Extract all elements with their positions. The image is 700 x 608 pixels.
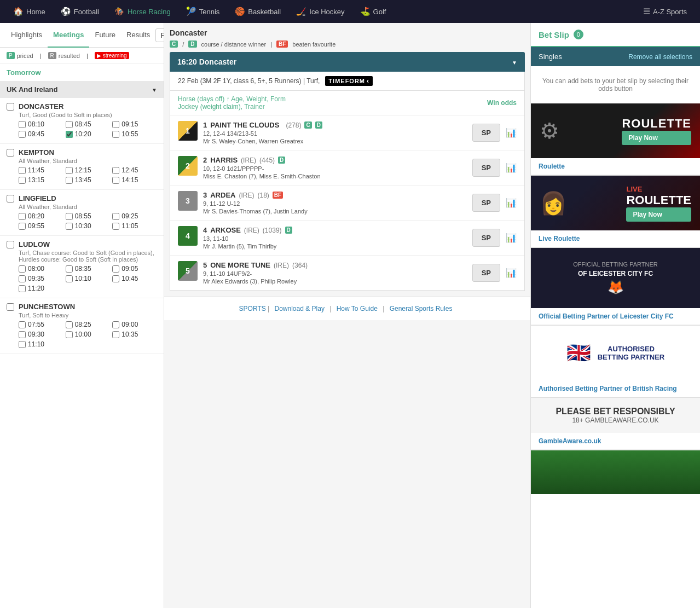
nav-item-horse-racing[interactable]: 🏇Horse Racing <box>107 0 178 23</box>
time-checkbox[interactable] <box>19 265 26 273</box>
time-checkbox[interactable] <box>112 121 119 128</box>
nav-item-basketball[interactable]: 🏀Basketball <box>227 0 288 23</box>
time-checkbox[interactable] <box>112 331 119 338</box>
horse-number: 3 <box>203 191 207 199</box>
time-checkbox[interactable] <box>66 331 73 338</box>
tab-results[interactable]: Results <box>121 23 155 48</box>
time-checkbox[interactable] <box>66 275 73 282</box>
nav-item-tennis[interactable]: 🎾Tennis <box>178 0 228 23</box>
time-checkbox[interactable] <box>66 167 73 174</box>
remove-all-button[interactable]: Remove all selections <box>628 53 692 61</box>
time-item: 10:10 <box>66 275 111 282</box>
venue-condition: All Weather, Standard <box>19 158 157 164</box>
time-checkbox[interactable] <box>19 275 26 282</box>
roulette-link[interactable]: Roulette <box>531 158 700 175</box>
chart-icon[interactable]: 📊 <box>506 233 517 243</box>
time-checkbox[interactable] <box>66 121 73 128</box>
time-checkbox[interactable] <box>66 177 73 184</box>
footer-sports[interactable]: SPORTS <box>239 305 266 312</box>
time-checkbox[interactable] <box>19 223 26 230</box>
time-checkbox[interactable] <box>112 177 119 184</box>
time-checkbox[interactable] <box>112 167 119 174</box>
tab-highlights[interactable]: Highlights <box>5 23 48 48</box>
time-checkbox[interactable] <box>19 321 26 328</box>
time-item: 08:45 <box>66 120 111 128</box>
region-header[interactable]: UK And Ireland <box>0 81 164 98</box>
time-checkbox[interactable] <box>66 213 73 220</box>
time-checkbox[interactable] <box>66 223 73 230</box>
sp-odds-button[interactable]: SP <box>472 159 500 177</box>
time-checkbox[interactable] <box>112 321 119 328</box>
tab-future[interactable]: Future <box>89 23 121 48</box>
odds-selector[interactable]: Fractional <box>155 28 164 42</box>
time-checkbox[interactable] <box>19 131 26 138</box>
venue-checkbox-ludlow[interactable] <box>7 241 14 248</box>
time-item: 09:30 <box>19 331 63 338</box>
race-header[interactable]: 16:20 Doncaster <box>170 52 525 72</box>
horse-rating: (364) <box>292 262 308 269</box>
badge-d: D <box>188 40 196 48</box>
venues-container: DONCASTERTurf, Good (Good to Soft in pla… <box>0 98 164 354</box>
top-navigation: 🏠Home⚽Football🏇Horse Racing🎾Tennis🏀Baske… <box>0 0 700 23</box>
venue-checkbox-doncaster[interactable] <box>7 103 14 111</box>
resulted-label: resulted <box>59 53 80 59</box>
time-checkbox[interactable] <box>19 167 26 174</box>
time-checkbox[interactable] <box>19 341 26 348</box>
priced-badge: P <box>7 52 15 59</box>
time-checkbox[interactable] <box>112 213 119 220</box>
time-checkbox[interactable] <box>66 321 73 328</box>
venue-checkbox-lingfield[interactable] <box>7 195 14 202</box>
chart-icon[interactable]: 📊 <box>506 198 517 208</box>
authorised-link[interactable]: Authorised Betting Partner of British Ra… <box>531 380 700 397</box>
time-checkbox[interactable] <box>112 275 119 282</box>
horse-number: 4 <box>203 226 207 234</box>
footer-guide[interactable]: How To Guide <box>337 305 378 312</box>
time-grid-lingfield: 08:2008:5509:2509:5510:3011:05 <box>19 212 157 230</box>
venue-checkbox-kempton[interactable] <box>7 149 14 157</box>
nav-item-home[interactable]: 🏠Home <box>5 0 53 23</box>
venue-checkbox-punchestown[interactable] <box>7 303 14 311</box>
sp-odds-button[interactable]: SP <box>472 264 500 282</box>
live-roulette-play-button[interactable]: Play Now <box>626 207 691 222</box>
time-checkbox[interactable] <box>66 131 73 138</box>
time-label: 08:45 <box>75 120 91 128</box>
timeform-icon: ‹ <box>367 77 369 85</box>
nav-item-golf[interactable]: ⛳Golf <box>352 0 394 23</box>
sp-odds-button[interactable]: SP <box>472 194 500 212</box>
time-checkbox[interactable] <box>19 121 26 128</box>
time-checkbox[interactable] <box>19 213 26 220</box>
venue-name-label: LINGFIELD <box>19 194 56 202</box>
time-label: 08:20 <box>28 212 44 220</box>
time-label: 14:15 <box>122 176 138 184</box>
nav-item-a-z-sports[interactable]: ☰A-Z Sports <box>635 0 695 23</box>
lcfc-link[interactable]: Official Betting Partner of Leicester Ci… <box>531 308 700 325</box>
horse-jockey: Mr S. Davies-Thomas (7), Justin Landy <box>203 208 467 215</box>
time-checkbox[interactable] <box>19 331 26 338</box>
horse-badge-d: D <box>278 157 285 164</box>
chart-icon[interactable]: 📊 <box>506 128 517 138</box>
chart-icon[interactable]: 📊 <box>506 163 517 173</box>
horse-stats: 9, 11-10 14UF9/2- <box>203 270 467 277</box>
time-checkbox[interactable] <box>19 177 26 184</box>
roulette-play-button[interactable]: Play Now <box>622 131 691 145</box>
footer-rules[interactable]: General Sports Rules <box>390 305 453 312</box>
nav-item-football[interactable]: ⚽Football <box>53 0 107 23</box>
sp-odds-button[interactable]: SP <box>472 124 500 142</box>
live-roulette-link[interactable]: Live Roulette <box>531 230 700 247</box>
tab-meetings[interactable]: Meetings <box>48 23 89 48</box>
time-item: 10:30 <box>66 222 111 230</box>
footer-download[interactable]: Download & Play <box>275 305 325 312</box>
time-checkbox[interactable] <box>112 265 119 273</box>
time-checkbox[interactable] <box>112 223 119 230</box>
chart-icon[interactable]: 📊 <box>506 268 517 278</box>
time-checkbox[interactable] <box>19 285 26 292</box>
time-checkbox[interactable] <box>66 265 73 273</box>
gambleaware-link[interactable]: GambleAware.co.uk <box>531 433 700 450</box>
sp-odds-button[interactable]: SP <box>472 229 500 247</box>
time-checkbox[interactable] <box>112 131 119 138</box>
nav-item-ice-hockey[interactable]: 🏒Ice Hockey <box>288 0 352 23</box>
timeform-badge: TIMEFORM ‹ <box>325 76 373 86</box>
time-item: 10:00 <box>66 331 111 338</box>
time-label: 08:10 <box>28 120 44 128</box>
race-info-bar: 22 Feb (3M 2F 1Y, class 6, 5+, 5 Runners… <box>170 72 525 91</box>
